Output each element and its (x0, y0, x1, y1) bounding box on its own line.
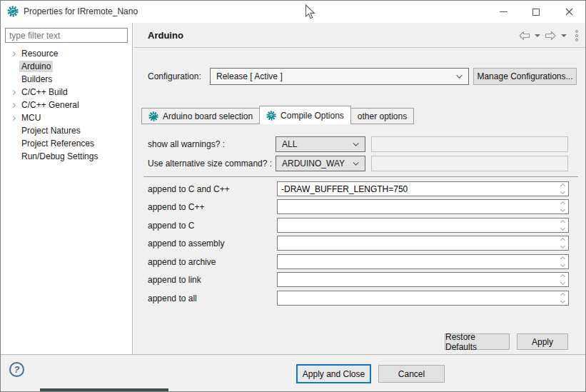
chevron-down-icon (353, 140, 358, 146)
configuration-select[interactable]: Release [ Active ] (210, 68, 469, 85)
scroll-arrows-icon[interactable] (558, 182, 567, 196)
warnings-extra-field (371, 136, 568, 152)
help-icon[interactable]: ? (9, 362, 24, 377)
append-assembly-row: append to assembly (133, 236, 585, 251)
page-title: Arduino (148, 30, 183, 41)
tab-bar: Arduino board selection Compile Options … (141, 106, 414, 124)
append-all-input[interactable] (278, 291, 558, 305)
page-header: Arduino (133, 23, 585, 48)
append-c-and-cpp-row: append to C and C++ (133, 181, 585, 196)
append-all-row: append to all (133, 291, 585, 306)
apply-and-close-button[interactable]: Apply and Close (296, 364, 371, 383)
append-link-input[interactable] (278, 273, 558, 286)
scroll-arrows-icon[interactable] (558, 218, 567, 232)
warnings-row: show all warnings? : ALL (133, 136, 585, 152)
page-actions: Restore Defaults Apply (133, 333, 585, 350)
tab-other-options[interactable]: other options (351, 108, 414, 124)
section-divider (143, 176, 578, 177)
filter-input[interactable] (5, 28, 128, 43)
scroll-arrows-icon[interactable] (558, 236, 567, 250)
size-command-row: Use alternative size command? : ARDUINO_… (133, 156, 585, 171)
scroll-arrows-icon[interactable] (558, 255, 567, 268)
forward-dropdown-icon[interactable] (561, 34, 567, 37)
tree-item-mcu[interactable]: MCU (1, 111, 132, 124)
minimize-icon (500, 11, 507, 12)
main-panel: Arduino Configuration: (133, 23, 585, 354)
apply-button[interactable]: Apply (517, 333, 568, 350)
close-icon (565, 8, 573, 16)
expand-chevron-icon[interactable] (6, 52, 19, 56)
append-archive-row: append to archive (133, 254, 585, 269)
configuration-label: Configuration: (148, 71, 201, 81)
tree-item-resource[interactable]: Resource (1, 47, 132, 60)
append-assembly-input[interactable] (278, 236, 558, 250)
tab-compile-options[interactable]: Compile Options (259, 106, 351, 124)
size-command-select[interactable]: ARDUINO_WAY (276, 156, 365, 171)
maximize-button[interactable] (520, 1, 552, 23)
tree-item-cpp-build[interactable]: C/C++ Build (1, 86, 132, 99)
append-c-input[interactable] (278, 218, 558, 232)
minimize-button[interactable] (487, 1, 520, 23)
dialog-footer: ? Apply and Close Cancel (1, 354, 585, 391)
maximize-icon (532, 9, 540, 16)
view-menu-icon[interactable] (575, 30, 578, 41)
tree-item-run-debug-settings[interactable]: Run/Debug Settings (1, 150, 132, 163)
tab-arduino-board-selection[interactable]: Arduino board selection (141, 108, 260, 124)
close-button[interactable] (552, 1, 585, 23)
chevron-down-icon (353, 159, 358, 165)
back-dropdown-icon[interactable] (535, 34, 540, 37)
gear-icon (148, 111, 158, 121)
tree-item-cpp-general[interactable]: C/C++ General (1, 99, 132, 111)
manage-configurations-button[interactable]: Manage Configurations... (473, 68, 577, 85)
mouse-cursor (305, 4, 315, 20)
titlebar: Properties for IRremote_Nano (1, 1, 585, 23)
dialog-body: Resource Arduino Builders C/C++ Build C/… (1, 23, 585, 354)
window-title: Properties for IRremote_Nano (24, 6, 138, 16)
size-command-extra-field (371, 156, 568, 171)
app-gear-icon (7, 6, 19, 19)
scroll-arrows-icon[interactable] (558, 200, 567, 213)
tree-item-arduino[interactable]: Arduino (1, 60, 132, 73)
background-window-fragment (40, 388, 168, 391)
append-cpp-row: append to C++ (133, 199, 585, 214)
sidebar: Resource Arduino Builders C/C++ Build C/… (1, 23, 133, 354)
scroll-arrows-icon[interactable] (558, 291, 567, 305)
forward-arrow-icon[interactable] (545, 31, 557, 41)
size-command-label: Use alternative size command? : (148, 159, 272, 169)
restore-defaults-button[interactable]: Restore Defaults (445, 333, 510, 350)
chevron-down-icon (456, 72, 462, 78)
warnings-label: show all warnings? : (148, 139, 225, 149)
expand-chevron-icon[interactable] (6, 91, 19, 94)
append-c-row: append to C (133, 218, 585, 233)
warnings-select[interactable]: ALL (276, 136, 365, 152)
append-link-row: append to link (133, 272, 585, 287)
expand-chevron-icon[interactable] (6, 104, 19, 107)
configuration-row: Configuration: Release [ Active ] Manage… (133, 68, 585, 85)
tree-item-project-natures[interactable]: Project Natures (1, 124, 132, 137)
append-cpp-input[interactable] (278, 200, 558, 213)
tree-item-builders[interactable]: Builders (1, 73, 132, 86)
append-c-and-cpp-input[interactable] (278, 182, 558, 196)
cancel-button[interactable]: Cancel (378, 365, 445, 383)
append-archive-input[interactable] (278, 255, 558, 268)
properties-tree: Resource Arduino Builders C/C++ Build C/… (1, 47, 132, 163)
tree-item-project-references[interactable]: Project References (1, 137, 132, 150)
scroll-arrows-icon[interactable] (558, 273, 567, 286)
properties-dialog: Properties for IRremote_Nano Resource (0, 0, 586, 392)
expand-chevron-icon[interactable] (6, 116, 19, 120)
back-arrow-icon[interactable] (518, 31, 530, 41)
gear-icon (266, 111, 276, 121)
